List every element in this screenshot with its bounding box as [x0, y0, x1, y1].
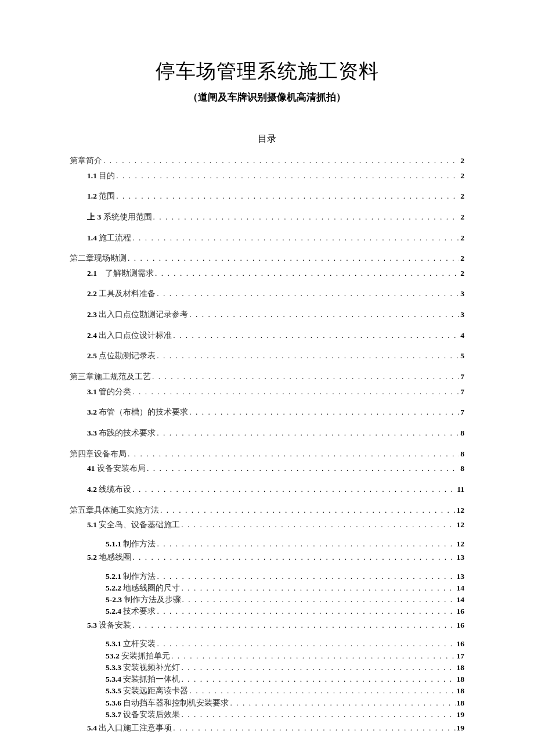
- toc-label: 2.3 出入口点位勘测记录参考: [87, 307, 188, 322]
- toc-row: 5.3.5 安装远距离读卡器 . . . . . . . . . . . . .…: [70, 685, 464, 697]
- toc-spacer: [70, 183, 464, 189]
- toc-text: 技术要求: [121, 607, 156, 615]
- toc-text: 地感线圈: [97, 553, 131, 561]
- toc-text: 制作方法及步骤: [122, 595, 181, 604]
- toc-row: 5.2.1 制作方法 . . . . . . . . . . . . . . .…: [70, 571, 464, 582]
- toc-leader-dots: . . . . . . . . . . . . . . . . . . . . …: [132, 550, 455, 565]
- toc-label: 1.2 范围: [87, 189, 115, 204]
- toc-row: 5.3 设备安装 . . . . . . . . . . . . . . . .…: [70, 618, 464, 633]
- toc-spacer: [70, 343, 464, 348]
- toc-number: 3.2: [87, 408, 97, 416]
- toc-text: 安装远距离读卡器: [121, 686, 188, 695]
- toc-text: 目的: [97, 171, 115, 180]
- toc-page-number: 4: [460, 328, 464, 343]
- toc-row: 第五章具体施工实施方法 . . . . . . . . . . . . . . …: [70, 503, 464, 518]
- toc-leader-dots: . . . . . . . . . . . . . . . . . . . . …: [230, 697, 455, 709]
- toc-number: 5.1.1: [106, 539, 121, 548]
- toc-text: 第三章施工规范及工艺: [70, 372, 151, 381]
- toc-text: 制作方法: [121, 539, 156, 548]
- toc-number: 5.3.5: [106, 686, 121, 695]
- toc-leader-dots: . . . . . . . . . . . . . . . . . . . . …: [157, 606, 455, 617]
- toc-row: 1.2 范围 . . . . . . . . . . . . . . . . .…: [70, 189, 464, 204]
- toc-text: 设备安装后效果: [121, 710, 180, 719]
- toc-leader-dots: . . . . . . . . . . . . . . . . . . . . …: [182, 594, 456, 606]
- toc-page-number: 7: [460, 384, 464, 399]
- toc-spacer: [70, 363, 464, 369]
- toc-page-number: 2: [460, 189, 464, 204]
- toc-leader-dots: . . . . . . . . . . . . . . . . . . . . …: [132, 482, 456, 497]
- toc-label: 第四章设备布局: [70, 447, 127, 462]
- toc-spacer: [70, 565, 464, 571]
- toc-heading: 目录: [70, 133, 464, 145]
- toc-leader-dots: . . . . . . . . . . . . . . . . . . . . …: [157, 286, 459, 301]
- toc-row: 5.1 安全岛、设备基础施工 . . . . . . . . . . . . .…: [70, 517, 464, 532]
- toc-text: 管的分类: [97, 387, 131, 396]
- toc-text: 第四章设备布局: [70, 449, 127, 458]
- toc-leader-dots: . . . . . . . . . . . . . . . . . . . . …: [153, 210, 460, 225]
- toc-leader-dots: . . . . . . . . . . . . . . . . . . . . …: [181, 517, 455, 532]
- toc-number: 2.4: [87, 331, 97, 340]
- toc-text: 自动挡车器和控制机安装要求: [121, 699, 229, 707]
- toc-page-number: 18: [457, 674, 465, 685]
- toc-row: 第章简介 . . . . . . . . . . . . . . . . . .…: [70, 153, 464, 168]
- toc-label: 第二章现场勘测: [70, 251, 127, 266]
- toc-leader-dots: . . . . . . . . . . . . . . . . . . . . …: [160, 503, 456, 518]
- toc-page-number: 16: [457, 638, 465, 650]
- toc-page-number: 14: [457, 594, 465, 606]
- toc-leader-dots: . . . . . . . . . . . . . . . . . . . . …: [128, 251, 459, 266]
- toc-text: 安装抓拍单元: [120, 651, 170, 660]
- toc-page-number: 2: [460, 210, 464, 225]
- toc-label: 3.3 布践的技术要求: [87, 426, 156, 441]
- toc-number: 5.3.4: [106, 675, 121, 683]
- toc-leader-dots: . . . . . . . . . . . . . . . . . . . . …: [103, 153, 459, 168]
- toc-text: 系统使用范围: [101, 213, 151, 221]
- toc-row: 4.2 线缆布设 . . . . . . . . . . . . . . . .…: [70, 482, 464, 497]
- toc-row: 1.1 目的 . . . . . . . . . . . . . . . . .…: [70, 168, 464, 183]
- toc-number: 4.2: [87, 485, 97, 494]
- page-container: 停车场管理系统施工资料 （道闸及车牌识别摄像机高清抓拍） 目录 第章简介 . .…: [0, 0, 534, 756]
- toc-row: 5.1.1 制作方法 . . . . . . . . . . . . . . .…: [70, 538, 464, 550]
- toc-leader-dots: . . . . . . . . . . . . . . . . . . . . …: [173, 721, 455, 736]
- toc-label: 1.1 目的: [87, 168, 115, 183]
- toc-label: 第五章具体施工实施方法: [70, 503, 159, 518]
- toc-number: 5.3.1: [106, 639, 121, 648]
- toc-spacer: [70, 532, 464, 538]
- toc-text: 设备安装布局: [95, 464, 146, 473]
- toc-label: 5-2.3 制作方法及步骤: [106, 594, 181, 606]
- toc-row: 2.1 了解勘测需求 . . . . . . . . . . . . . . .…: [70, 266, 464, 281]
- toc-page-number: 2: [460, 266, 464, 281]
- toc-row: 第二章现场勘测 . . . . . . . . . . . . . . . . …: [70, 251, 464, 266]
- toc-label: 5.1 安全岛、设备基础施工: [87, 517, 180, 532]
- toc-page-number: 16: [457, 618, 465, 633]
- toc-spacer: [70, 420, 464, 426]
- toc-leader-dots: . . . . . . . . . . . . . . . . . . . . …: [157, 538, 455, 550]
- toc-label: 5.1.1 制作方法: [106, 538, 156, 550]
- toc-number: 3.3: [87, 429, 97, 437]
- toc-text: 范围: [97, 192, 115, 200]
- toc-leader-dots: . . . . . . . . . . . . . . . . . . . . …: [157, 571, 455, 582]
- toc-row: 41 设备安装布局 . . . . . . . . . . . . . . . …: [70, 461, 464, 476]
- toc-page-number: 3: [460, 307, 464, 322]
- toc-label: 41 设备安装布局: [87, 461, 146, 476]
- toc-label: 上 3 系统使用范围: [87, 210, 152, 225]
- toc-text: 出入口施工注意事项: [97, 723, 172, 732]
- toc-leader-dots: . . . . . . . . . . . . . . . . . . . . …: [132, 384, 459, 399]
- toc-leader-dots: . . . . . . . . . . . . . . . . . . . . …: [128, 447, 459, 462]
- toc-number: 5.3.6: [106, 699, 121, 707]
- toc-text: 第章简介: [70, 156, 102, 165]
- toc-page-number: 14: [457, 582, 465, 594]
- toc-row: 5.4 出入口施工注意事项 . . . . . . . . . . . . . …: [70, 721, 464, 736]
- toc-page-number: 12: [457, 503, 465, 518]
- toc-page-number: 19: [457, 709, 465, 721]
- toc-label: 5.2.4 技术要求: [106, 606, 156, 617]
- toc-number: 5.1: [87, 520, 97, 529]
- toc-number: 5-2.3: [106, 595, 122, 604]
- toc-text: 出入口点位勘测记录参考: [97, 310, 188, 319]
- toc-page-number: 8: [460, 461, 464, 476]
- toc-page-number: 18: [457, 662, 465, 674]
- toc-label: 第三章施工规范及工艺: [70, 369, 151, 384]
- toc-row: 第四章设备布局 . . . . . . . . . . . . . . . . …: [70, 447, 464, 462]
- toc-number: 1.4: [87, 233, 97, 242]
- toc-row: 2.3 出入口点位勘测记录参考 . . . . . . . . . . . . …: [70, 307, 464, 322]
- toc-label: 5.3.6 自动挡车器和控制机安装要求: [106, 697, 229, 709]
